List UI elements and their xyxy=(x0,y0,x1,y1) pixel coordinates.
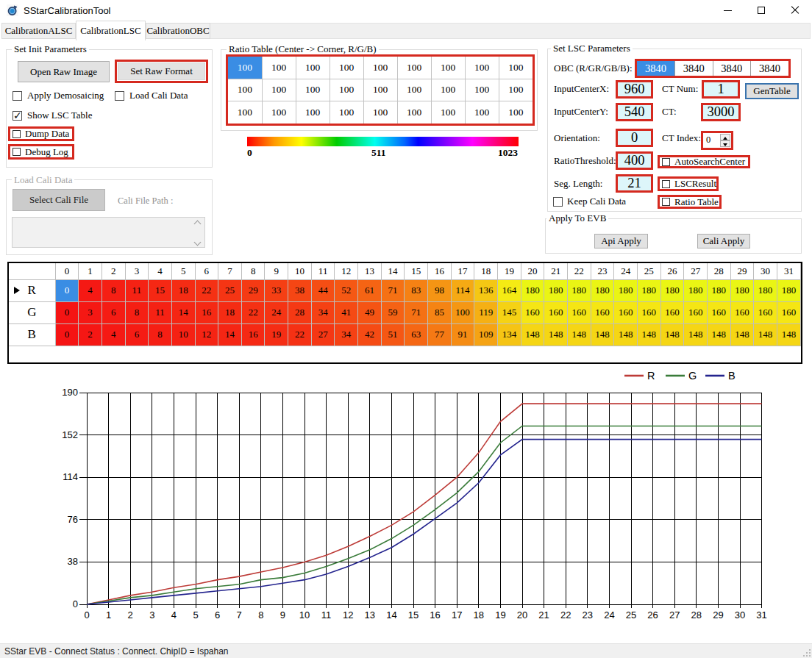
grid-cell[interactable]: 148 xyxy=(544,323,568,346)
grid-cell[interactable]: 44 xyxy=(311,279,335,301)
ratio-cell[interactable]: 100 xyxy=(397,101,431,124)
grid-cell[interactable]: 10 xyxy=(171,323,195,346)
grid-cell[interactable]: 85 xyxy=(428,301,452,323)
grid-column-header[interactable]: 1 xyxy=(79,263,102,279)
grid-column-header[interactable]: 12 xyxy=(335,263,358,279)
grid-column-header[interactable]: 21 xyxy=(544,263,568,279)
grid-cell[interactable]: 136 xyxy=(474,279,498,301)
grid-cell[interactable]: 148 xyxy=(568,323,591,346)
grid-cell[interactable]: 51 xyxy=(381,323,405,346)
grid-column-header[interactable]: 17 xyxy=(451,263,474,279)
debug-log-checkbox[interactable] xyxy=(13,148,21,156)
input-center-x-field[interactable]: 960 xyxy=(616,80,653,99)
spinner-up-button[interactable] xyxy=(720,134,730,140)
ratio-cell[interactable]: 100 xyxy=(330,79,363,101)
grid-cell[interactable]: 38 xyxy=(288,279,312,301)
grid-cell[interactable]: 160 xyxy=(521,301,544,323)
grid-row-header[interactable]: G xyxy=(9,301,55,323)
grid-cell[interactable]: 12 xyxy=(195,323,218,346)
grid-cell[interactable]: 16 xyxy=(195,301,218,323)
ct-num-field[interactable]: 1 xyxy=(702,80,740,99)
ct-index-spinner[interactable]: 0 xyxy=(701,131,733,150)
dump-data-checkbox[interactable] xyxy=(13,130,21,138)
ratio-cell[interactable]: 100 xyxy=(330,101,363,124)
grid-cell[interactable]: 22 xyxy=(241,301,265,323)
grid-column-header[interactable]: 28 xyxy=(707,263,730,279)
grid-cell[interactable]: 6 xyxy=(102,301,125,323)
grid-cell[interactable]: 18 xyxy=(171,279,195,301)
grid-cell[interactable]: 49 xyxy=(358,301,382,323)
close-button[interactable] xyxy=(778,0,812,21)
grid-cell[interactable]: 98 xyxy=(428,279,452,301)
grid-cell[interactable]: 14 xyxy=(171,301,195,323)
grid-cell[interactable]: 16 xyxy=(241,323,265,346)
grid-cell[interactable]: 160 xyxy=(730,301,754,323)
ratio-cell[interactable]: 100 xyxy=(431,101,465,124)
grid-column-header[interactable]: 27 xyxy=(684,263,708,279)
ratio-cell[interactable]: 100 xyxy=(397,57,431,79)
ratio-cell[interactable]: 100 xyxy=(262,101,296,124)
grid-cell[interactable]: 6 xyxy=(125,323,149,346)
grid-cell[interactable]: 148 xyxy=(614,323,638,346)
grid-cell[interactable]: 180 xyxy=(568,279,591,301)
grid-column-header[interactable]: 10 xyxy=(288,263,312,279)
obc-cell[interactable]: 3840 xyxy=(713,61,751,76)
grid-cell[interactable]: 134 xyxy=(498,323,521,346)
grid-column-header[interactable]: 8 xyxy=(241,263,265,279)
grid-cell[interactable]: 18 xyxy=(218,301,242,323)
orientation-field[interactable]: 0 xyxy=(616,129,653,147)
grid-cell[interactable]: 8 xyxy=(102,279,125,301)
grid-cell[interactable]: 180 xyxy=(730,279,754,301)
ratio-cell[interactable]: 100 xyxy=(465,79,499,101)
grid-column-header[interactable]: 11 xyxy=(311,263,335,279)
ratio-cell[interactable]: 100 xyxy=(397,79,431,101)
grid-cell[interactable]: 160 xyxy=(614,301,638,323)
grid-column-header[interactable]: 14 xyxy=(381,263,405,279)
show-lsc-table-checkbox[interactable] xyxy=(13,111,22,121)
obc-cell[interactable]: 3840 xyxy=(637,61,675,76)
grid-column-header[interactable]: 15 xyxy=(405,263,428,279)
grid-cell[interactable]: 145 xyxy=(498,301,521,323)
ratio-cell[interactable]: 100 xyxy=(296,101,330,124)
grid-cell[interactable]: 180 xyxy=(707,279,730,301)
grid-cell[interactable]: 180 xyxy=(521,279,544,301)
grid-cell[interactable]: 15 xyxy=(149,279,172,301)
ratio-cell[interactable]: 100 xyxy=(499,79,533,101)
grid-cell[interactable]: 34 xyxy=(311,301,335,323)
grid-cell[interactable]: 180 xyxy=(754,279,777,301)
grid-cell[interactable]: 160 xyxy=(707,301,730,323)
grid-cell[interactable]: 4 xyxy=(102,323,125,346)
load-cali-data-checkbox[interactable] xyxy=(115,91,124,101)
grid-cell[interactable]: 8 xyxy=(125,301,149,323)
grid-corner-header[interactable] xyxy=(9,263,55,279)
ratio-cell[interactable]: 100 xyxy=(296,79,330,101)
ratio-cell[interactable]: 100 xyxy=(465,57,499,79)
grid-cell[interactable]: 180 xyxy=(684,279,708,301)
ratio-cell[interactable]: 100 xyxy=(228,57,262,79)
grid-cell[interactable]: 91 xyxy=(451,323,474,346)
grid-cell[interactable]: 25 xyxy=(218,279,242,301)
spinner-down-button[interactable] xyxy=(720,140,730,147)
grid-cell[interactable]: 119 xyxy=(474,301,498,323)
input-center-y-field[interactable]: 540 xyxy=(616,103,653,121)
grid-column-header[interactable]: 2 xyxy=(102,263,125,279)
grid-cell[interactable]: 19 xyxy=(265,323,288,346)
resize-grip-icon[interactable] xyxy=(802,648,811,657)
grid-row-header[interactable]: R xyxy=(9,279,55,301)
grid-cell[interactable]: 148 xyxy=(730,323,754,346)
seg-length-field[interactable]: 21 xyxy=(616,174,653,193)
ratio-table-checkbox[interactable] xyxy=(662,198,670,206)
grid-cell[interactable]: 22 xyxy=(288,323,312,346)
grid-column-header[interactable]: 29 xyxy=(730,263,754,279)
grid-column-header[interactable]: 3 xyxy=(125,263,149,279)
grid-cell[interactable]: 164 xyxy=(498,279,521,301)
grid-cell[interactable]: 61 xyxy=(358,279,382,301)
grid-cell[interactable]: 160 xyxy=(568,301,591,323)
maximize-button[interactable] xyxy=(744,0,778,21)
grid-cell[interactable]: 180 xyxy=(660,279,684,301)
grid-cell[interactable]: 77 xyxy=(428,323,452,346)
grid-cell[interactable]: 114 xyxy=(451,279,474,301)
grid-cell[interactable]: 52 xyxy=(335,279,358,301)
grid-cell[interactable]: 148 xyxy=(707,323,730,346)
open-raw-image-button[interactable]: Open Raw Image xyxy=(18,61,110,82)
